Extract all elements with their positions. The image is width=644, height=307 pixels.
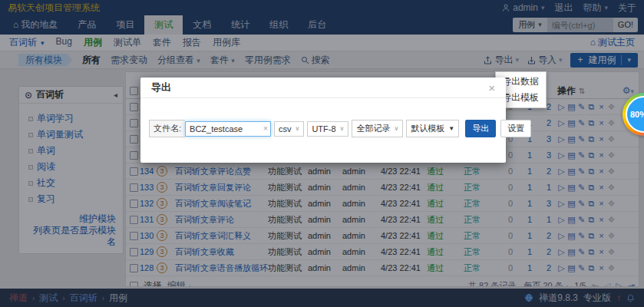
format-select[interactable]: csv ∨ (274, 121, 304, 137)
export-submit-button[interactable]: 导出 (465, 120, 496, 137)
close-icon[interactable]: × (488, 82, 495, 94)
caret-down-icon: ▼ (448, 125, 454, 132)
range-value: 全部记录 (356, 123, 390, 134)
chevron-down-icon: ∨ (296, 125, 300, 132)
encoding-value: UTF-8 (312, 124, 335, 134)
export-dialog: 导出 × 文件名: × csv ∨ UTF-8 ∨ 全部记录 ∨ 默认模板 ▼ … (140, 78, 506, 163)
chevron-down-icon: ∨ (340, 125, 345, 132)
encoding-select[interactable]: UTF-8 ∨ (307, 121, 348, 137)
template-value: 默认模板 (411, 123, 444, 134)
filename-input[interactable] (185, 121, 271, 137)
range-select[interactable]: 全部记录 ∨ (352, 120, 403, 137)
template-select[interactable]: 默认模板 ▼ (406, 120, 459, 137)
dialog-title: 导出 (151, 81, 171, 94)
chevron-down-icon: ∨ (394, 125, 398, 132)
clear-icon[interactable]: × (263, 124, 268, 133)
settings-button[interactable]: 设置 (500, 120, 531, 137)
format-value: csv (279, 124, 292, 134)
filename-label: 文件名: (149, 120, 185, 137)
badge-percent: 80% (630, 110, 644, 119)
